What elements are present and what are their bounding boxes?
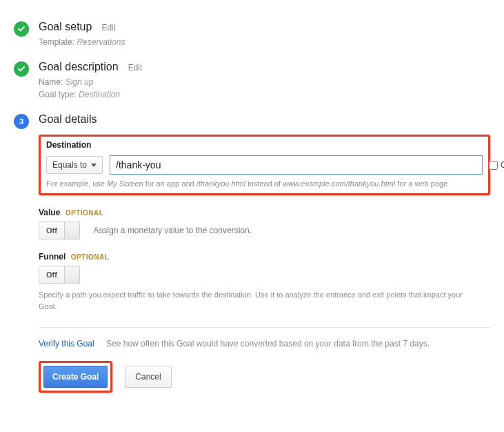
step-title: Goal description bbox=[39, 61, 119, 73]
case-sensitive-checkbox[interactable] bbox=[489, 161, 498, 170]
check-icon bbox=[14, 21, 29, 37]
destination-label: Destination bbox=[46, 140, 483, 150]
step-goal-description: Goal description Edit Name: Sign up Goal… bbox=[14, 61, 490, 101]
edit-link[interactable]: Edit bbox=[128, 63, 143, 72]
chevron-down-icon bbox=[91, 164, 97, 167]
step-title: Goal details bbox=[39, 113, 97, 126]
edit-link[interactable]: Edit bbox=[101, 23, 116, 32]
value-toggle[interactable]: Off bbox=[39, 222, 80, 239]
create-goal-highlight: Create Goal bbox=[39, 361, 112, 393]
check-icon bbox=[14, 61, 29, 77]
value-description: Assign a monetary value to the conversio… bbox=[94, 226, 252, 235]
funnel-toggle[interactable]: Off bbox=[39, 266, 80, 284]
case-sensitive-option[interactable]: Case sensitive bbox=[489, 160, 504, 170]
funnel-label: Funnel OPTIONAL bbox=[39, 252, 490, 262]
verify-row: Verify this Goal See how often this Goal… bbox=[39, 339, 490, 348]
step-goal-details: 3 Goal details bbox=[14, 113, 490, 129]
match-mode-select[interactable]: Equals to bbox=[46, 156, 103, 174]
step-title: Goal setup bbox=[39, 21, 92, 33]
step-meta: Name: Sign up Goal type: Destination bbox=[39, 76, 490, 101]
create-goal-button[interactable]: Create Goal bbox=[43, 366, 108, 388]
destination-input[interactable] bbox=[110, 155, 483, 175]
destination-hint: For example, use My Screen for an app an… bbox=[46, 179, 483, 189]
destination-highlight: Destination Equals to For example, use M… bbox=[39, 135, 490, 195]
step-goal-setup: Goal setup Edit Template: Reservations bbox=[14, 21, 490, 48]
verify-link[interactable]: Verify this Goal bbox=[39, 339, 94, 348]
funnel-description: Specify a path you expect traffic to tak… bbox=[39, 289, 480, 312]
value-label: Value OPTIONAL bbox=[39, 208, 490, 217]
cancel-button[interactable]: Cancel bbox=[125, 366, 171, 388]
divider bbox=[39, 327, 490, 328]
step-meta: Template: Reservations bbox=[39, 36, 490, 48]
step-number-icon: 3 bbox=[14, 114, 29, 129]
verify-description: See how often this Goal would have conve… bbox=[106, 339, 430, 348]
